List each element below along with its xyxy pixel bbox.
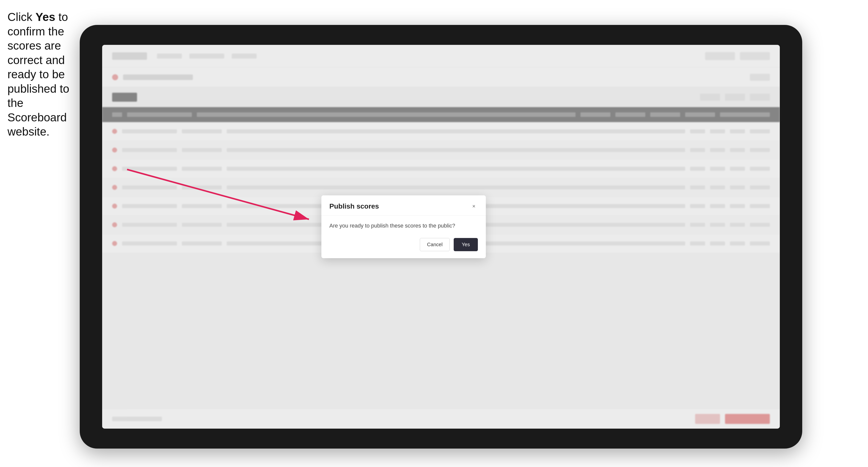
tablet-screen: Publish scores × Are you ready to publis…	[102, 45, 780, 429]
modal-overlay: Publish scores × Are you ready to publis…	[102, 45, 780, 429]
cancel-button[interactable]: Cancel	[420, 238, 450, 251]
modal-message: Are you ready to publish these scores to…	[329, 222, 478, 229]
yes-button[interactable]: Yes	[454, 238, 478, 251]
tablet-device: Publish scores × Are you ready to publis…	[80, 25, 802, 448]
instruction-text: Click Yes to confirm the scores are corr…	[7, 10, 80, 139]
modal-footer: Cancel Yes	[321, 234, 486, 258]
modal-title: Publish scores	[329, 203, 379, 210]
modal-body: Are you ready to publish these scores to…	[321, 216, 486, 234]
publish-scores-dialog: Publish scores × Are you ready to publis…	[321, 195, 486, 258]
modal-close-button[interactable]: ×	[470, 203, 478, 210]
modal-header: Publish scores ×	[321, 195, 486, 216]
